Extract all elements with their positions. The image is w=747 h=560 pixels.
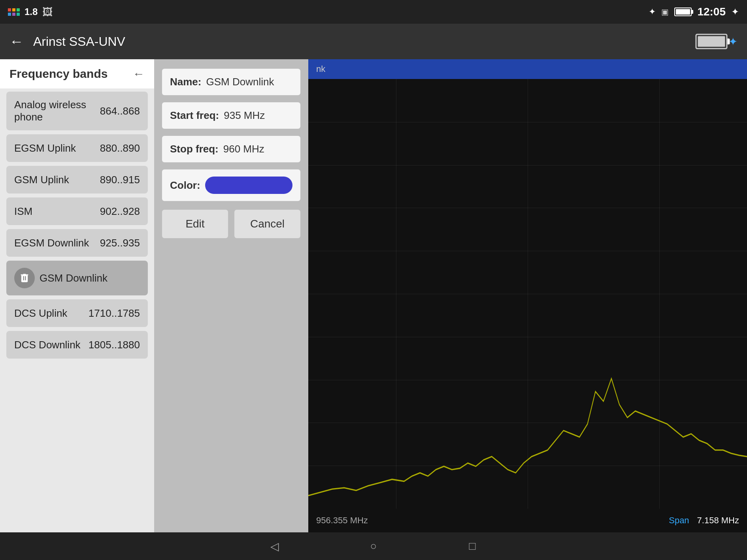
nav-recent-button[interactable]: □ [462,536,482,556]
battery-icon [674,8,692,16]
band-range: 880..890 [100,142,140,154]
panel-title: Frequency bands [9,67,108,81]
app-bar: ← Arinst SSA-UNV ✦ [0,24,747,59]
status-right: ✦ ▣ 12:05 ✦ [649,6,739,18]
band-range: 890..915 [100,174,140,186]
band-item-egsm-uplink[interactable]: EGSM Uplink 880..890 [6,134,148,162]
action-buttons: Edit Cancel [162,210,300,238]
app-bar-right: ✦ [701,35,738,48]
band-name: GSM Downlink [40,272,108,284]
band-item-egsm-downlink[interactable]: EGSM Downlink 925..935 [6,229,148,257]
app-grid-icon [8,8,20,16]
band-item-row: GSM Downlink [14,268,108,288]
spectrum-blue-band: nk [308,59,747,79]
band-item-dcs-uplink[interactable]: DCS Uplink 1710..1785 [6,299,148,327]
name-field: Name: GSM Downlink [162,69,300,95]
color-swatch[interactable] [205,177,292,194]
start-freq-field: Start freq: 935 MHz [162,102,300,129]
spectrum-chart-panel: nk 954 956 [308,59,747,532]
app-back-button[interactable]: ← [9,33,24,50]
band-name: DCS Uplink [14,307,67,319]
status-left: 1.8 🖼 [8,6,53,18]
frequency-bands-panel: Frequency bands ← Analog wireless phone … [0,59,154,532]
span-value: 7.158 MHz [697,515,739,526]
band-name: EGSM Downlink [14,237,89,249]
main-content: Frequency bands ← Analog wireless phone … [0,59,747,532]
status-bar: 1.8 🖼 ✦ ▣ 12:05 ✦ [0,0,747,24]
band-range: 1710..1785 [89,307,140,319]
edit-form-panel: Name: GSM Downlink Start freq: 935 MHz S… [154,59,308,532]
band-range: 902..928 [100,205,140,218]
photo-icon: 🖼 [42,6,53,18]
delete-icon-circle[interactable] [14,268,35,288]
band-item-analog-wireless[interactable]: Analog wireless phone 864..868 [6,92,148,130]
color-field: Color: [162,169,300,201]
band-range: 864..868 [100,105,140,117]
stop-freq-label: Stop freq: [170,143,219,155]
band-name: ISM [14,205,32,218]
edit-button[interactable]: Edit [162,210,228,238]
band-list: Analog wireless phone 864..868 EGSM Upli… [0,88,154,532]
stop-freq-field: Stop freq: 960 MHz [162,136,300,162]
band-range: 1805..1880 [89,339,140,351]
color-label: Color: [170,179,200,192]
start-freq-label: Start freq: [170,109,219,122]
band-item-gsm-downlink[interactable]: GSM Downlink [6,261,148,295]
bluetooth-status-icon: ✦ [649,7,656,17]
band-item-gsm-uplink[interactable]: GSM Uplink 890..915 [6,166,148,194]
name-label: Name: [170,76,201,88]
span-label: Span [669,515,689,526]
band-item-ism[interactable]: ISM 902..928 [6,197,148,225]
app-bar-battery-icon [696,34,728,49]
band-name: GSM Uplink [14,174,69,186]
spectrum-band-label: nk [316,64,325,74]
band-name: Analog wireless phone [14,99,100,123]
spectrum-footer: 956.355 MHz Span 7.158 MHz [308,509,747,532]
band-name: DCS Downlink [14,339,81,351]
app-title: Arinst SSA-UNV [33,34,691,49]
version-text: 1.8 [25,6,38,17]
stop-freq-value: 960 MHz [223,143,264,155]
bluetooth-icon: ✦ [731,6,739,17]
time-display: 12:05 [697,6,726,18]
name-value: GSM Downlink [206,76,274,88]
band-item-dcs-downlink[interactable]: DCS Downlink 1805..1880 [6,331,148,359]
start-freq-value: 935 MHz [224,109,265,122]
band-name: EGSM Uplink [14,142,76,154]
nav-back-button[interactable]: ◁ [265,536,285,556]
cancel-button[interactable]: Cancel [234,210,300,238]
panel-header: Frequency bands ← [0,59,154,88]
nav-home-button[interactable]: ○ [364,536,383,556]
band-range: 925..935 [100,237,140,249]
trash-icon [19,272,30,284]
nav-bar: ◁ ○ □ [0,532,747,560]
panel-back-button[interactable]: ← [133,67,145,81]
signal-icon: ▣ [661,7,669,17]
freq-position-label: 956.355 MHz [316,515,368,526]
spectrum-waveform [308,248,747,509]
